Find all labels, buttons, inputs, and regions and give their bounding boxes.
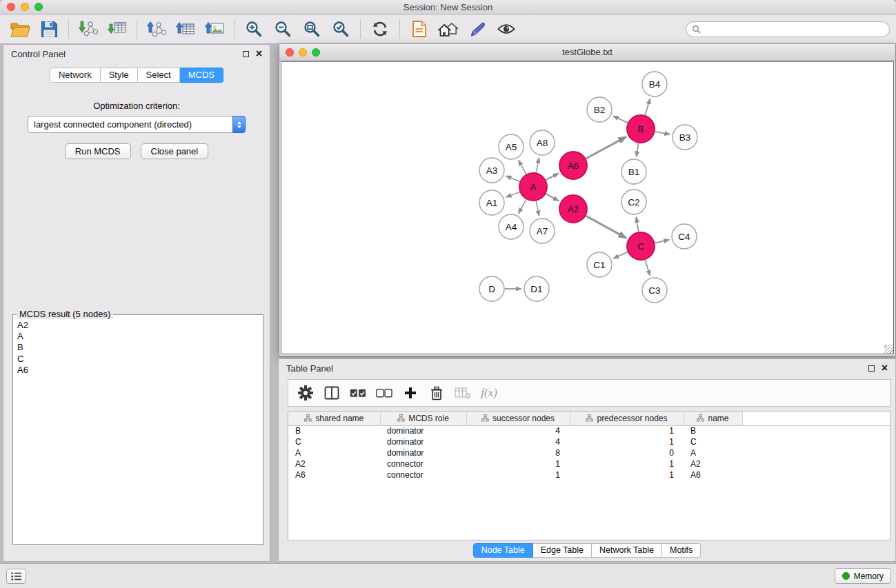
svg-text:C1: C1 [593, 260, 605, 270]
export-network-button[interactable] [144, 17, 169, 41]
network-node-B2[interactable]: B2 [587, 97, 612, 122]
network-node-A7[interactable]: A7 [530, 219, 555, 243]
function-builder-button[interactable]: f(x) [477, 382, 501, 404]
table-cell: A2 [288, 458, 380, 469]
deselect-all-rows-button[interactable] [372, 382, 396, 404]
tab-select[interactable]: Select [138, 68, 180, 83]
network-node-A3[interactable]: A3 [479, 158, 504, 183]
network-node-A6[interactable]: A6 [559, 152, 587, 179]
delete-column-button[interactable] [425, 382, 448, 404]
tab-edge-table[interactable]: Edge Table [533, 543, 592, 558]
refresh-button[interactable] [368, 17, 392, 41]
add-column-button[interactable] [399, 382, 422, 404]
network-canvas[interactable]: B4B2BB3A5A8A6A3AB1A1A2C2A4A7C4CC1DD1C3 [281, 61, 894, 354]
table-close-button[interactable]: × [882, 363, 888, 374]
network-node-C[interactable]: C [627, 232, 655, 260]
zoom-out-button[interactable] [270, 17, 295, 41]
memory-button[interactable]: Memory [835, 568, 891, 584]
table-row[interactable]: A6connector11A6 [288, 469, 890, 480]
show-all-button[interactable] [494, 17, 519, 41]
select-all-rows-button[interactable] [346, 382, 370, 404]
criterion-dropdown[interactable]: largest connected component (directed) [28, 116, 246, 133]
home-button[interactable] [436, 17, 461, 41]
svg-text:D: D [488, 284, 495, 294]
wand-button[interactable] [465, 17, 490, 41]
table-row[interactable]: A2connector11A2 [288, 458, 890, 469]
table-settings-button[interactable] [294, 382, 317, 404]
network-edge-C-C3[interactable] [645, 260, 650, 276]
tab-motifs[interactable]: Motifs [662, 543, 701, 558]
export-table-button[interactable] [173, 17, 198, 41]
close-panel-text-button[interactable]: Close panel [141, 143, 209, 159]
network-edge-B-B3[interactable] [655, 132, 670, 134]
network-node-B1[interactable]: B1 [621, 159, 646, 184]
search-input[interactable] [704, 25, 884, 34]
network-edge-B-B2[interactable] [613, 116, 628, 123]
run-mcds-button[interactable]: Run MCDS [65, 143, 131, 159]
network-node-C3[interactable]: C3 [642, 278, 667, 303]
network-node-D[interactable]: D [479, 276, 504, 301]
resize-grip[interactable] [884, 345, 893, 354]
network-node-C4[interactable]: C4 [672, 224, 697, 249]
network-edge-A6-B[interactable] [586, 136, 626, 159]
columns-icon [324, 386, 339, 400]
tab-node-table[interactable]: Node Table [473, 543, 533, 558]
network-edge-A-A7[interactable] [536, 201, 539, 216]
column-header-mcds-role[interactable]: MCDS role [380, 412, 466, 425]
network-edge-A2-C[interactable] [586, 216, 626, 238]
column-header-name[interactable]: name [684, 412, 742, 425]
close-panel-button[interactable]: × [256, 48, 262, 59]
network-edge-C-C4[interactable] [655, 240, 670, 243]
column-chooser-button[interactable] [320, 382, 344, 404]
network-edge-A-A2[interactable] [546, 194, 559, 201]
network-window-titlebar[interactable]: testGlobe.txt [279, 44, 895, 61]
network-edge-C-C2[interactable] [636, 217, 638, 232]
tab-network[interactable]: Network [50, 68, 101, 83]
network-node-A[interactable]: A [519, 173, 547, 201]
tab-style[interactable]: Style [101, 68, 138, 83]
network-node-D1[interactable]: D1 [524, 276, 549, 301]
network-edge-A-A8[interactable] [536, 158, 539, 173]
network-node-C2[interactable]: C2 [621, 190, 646, 214]
toolbar-search[interactable] [686, 21, 890, 37]
tab-network-table[interactable]: Network Table [592, 543, 662, 558]
network-node-A4[interactable]: A4 [499, 214, 524, 239]
network-node-B4[interactable]: B4 [642, 72, 667, 97]
column-header-predecessor-nodes[interactable]: predecessor nodes [570, 412, 684, 425]
zoom-fit-button[interactable] [299, 17, 324, 41]
table-row[interactable]: Cdominator41C [288, 436, 890, 447]
network-edge-A-A1[interactable] [506, 192, 520, 198]
network-node-A2[interactable]: A2 [559, 195, 587, 223]
float-panel-button[interactable] [243, 51, 249, 57]
network-node-B[interactable]: B [627, 115, 655, 143]
network-node-A8[interactable]: A8 [530, 130, 555, 155]
network-edge-B-B4[interactable] [645, 99, 650, 115]
network-node-A1[interactable]: A1 [479, 190, 504, 215]
tab-mcds[interactable]: MCDS [180, 68, 223, 83]
zoom-in-button[interactable] [241, 17, 266, 41]
open-session-button[interactable] [8, 17, 32, 41]
first-neighbors-button[interactable] [407, 17, 432, 41]
network-edge-C-C1[interactable] [613, 252, 628, 258]
network-edge-A-A3[interactable] [506, 176, 519, 181]
export-image-button[interactable] [202, 17, 227, 41]
network-node-B3[interactable]: B3 [673, 125, 697, 150]
network-edge-B-B1[interactable] [637, 143, 639, 157]
network-edge-A-A5[interactable] [519, 160, 526, 174]
table-row[interactable]: Bdominator41B [288, 425, 890, 436]
table-row[interactable]: Adominator80A [288, 447, 890, 458]
network-edge-A-A4[interactable] [519, 199, 526, 213]
wand-icon [468, 21, 486, 37]
network-edge-A-A6[interactable] [546, 173, 559, 180]
network-node-C1[interactable]: C1 [587, 252, 612, 277]
column-header-shared-name[interactable]: shared name [288, 412, 380, 425]
import-network-button[interactable] [76, 17, 101, 41]
column-header-successor-nodes[interactable]: successor nodes [466, 412, 570, 425]
network-node-A5[interactable]: A5 [499, 134, 524, 159]
task-history-button[interactable] [6, 569, 26, 584]
import-table-button[interactable] [105, 17, 130, 41]
delete-table-button[interactable] [451, 382, 475, 404]
save-session-button[interactable] [37, 17, 61, 41]
table-float-button[interactable] [868, 365, 875, 372]
zoom-selected-button[interactable] [328, 17, 353, 41]
